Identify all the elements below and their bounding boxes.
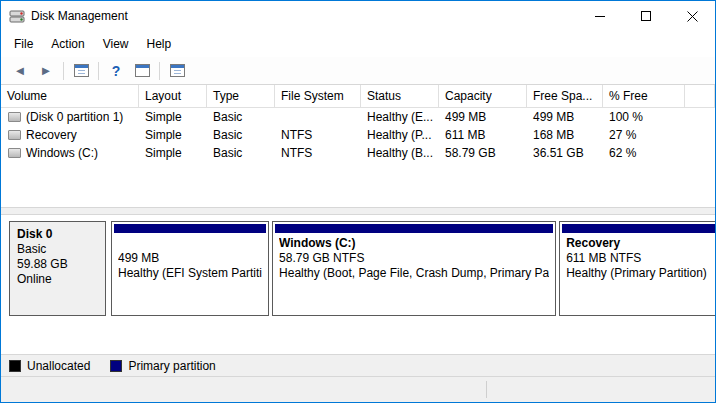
help-button[interactable]: ?: [104, 60, 128, 82]
close-button[interactable]: [669, 1, 715, 31]
volume-status: Healthy (P...: [361, 126, 439, 144]
toolbar-separator: [98, 62, 99, 80]
primary-partition-swatch: [110, 360, 122, 372]
back-button[interactable]: ◄: [8, 60, 32, 82]
minimize-button[interactable]: [577, 1, 623, 31]
forward-icon: ►: [40, 64, 53, 77]
column-header-layout[interactable]: Layout: [139, 85, 207, 108]
column-header-file-system[interactable]: File System: [275, 85, 361, 108]
partition-size: 58.79 GB NTFS: [279, 251, 549, 266]
volume-pct-free: 62 %: [603, 144, 685, 162]
partition-size: 611 MB NTFS: [566, 251, 712, 266]
back-icon: ◄: [14, 64, 27, 77]
unallocated-swatch: [9, 360, 21, 372]
partition-windows-c[interactable]: Windows (C:) 58.79 GB NTFS Healthy (Boot…: [272, 221, 556, 316]
volume-file-system: [275, 108, 361, 126]
disk-management-window: Disk Management File Action View Help ◄ …: [0, 0, 716, 403]
volume-pct-free: 100 %: [603, 108, 685, 126]
forward-button[interactable]: ►: [34, 60, 58, 82]
volume-capacity: 58.79 GB: [439, 144, 527, 162]
volume-layout: Simple: [139, 126, 207, 144]
volume-status: Healthy (B...: [361, 144, 439, 162]
volume-name: Windows (C:): [26, 146, 98, 160]
views-button[interactable]: [165, 60, 189, 82]
maximize-button[interactable]: [623, 1, 669, 31]
menu-action[interactable]: Action: [42, 33, 93, 55]
column-header-blank: [685, 85, 715, 108]
volume-file-system: NTFS: [275, 126, 361, 144]
disk-0-row: Disk 0 Basic 59.88 GB Online 499 MB Heal…: [9, 221, 707, 316]
window-controls: [577, 1, 715, 31]
partition-name: [118, 236, 262, 251]
legend-bar: Unallocated Primary partition: [1, 354, 715, 376]
disk-type: Basic: [17, 242, 98, 257]
partition-recovery[interactable]: Recovery 611 MB NTFS Healthy (Primary Pa…: [559, 221, 715, 316]
properties-icon: [135, 64, 150, 77]
volume-icon: [8, 112, 21, 122]
disk-status: Online: [17, 272, 98, 287]
partition-size: 499 MB: [118, 251, 262, 266]
partition-name: Windows (C:): [279, 236, 549, 251]
column-header-pct-free[interactable]: % Free: [603, 85, 685, 108]
legend-label-unallocated: Unallocated: [27, 359, 90, 373]
volume-free-space: 168 MB: [527, 126, 603, 144]
show-console-tree-button[interactable]: [69, 60, 93, 82]
toolbar: ◄ ► ?: [1, 57, 715, 85]
menu-file[interactable]: File: [5, 33, 42, 55]
disk-graphical-panel: Disk 0 Basic 59.88 GB Online 499 MB Heal…: [1, 215, 715, 354]
volume-capacity: 499 MB: [439, 108, 527, 126]
partition-color-bar: [114, 224, 266, 233]
titlebar[interactable]: Disk Management: [1, 1, 715, 31]
disk-name: Disk 0: [17, 227, 98, 242]
status-bar: [1, 376, 715, 402]
column-header-type[interactable]: Type: [207, 85, 275, 108]
volume-type: Basic: [207, 126, 275, 144]
partition-efi[interactable]: 499 MB Healthy (EFI System Partiti: [111, 221, 269, 316]
volume-name: Recovery: [26, 128, 77, 142]
column-header-volume[interactable]: Volume: [1, 85, 139, 108]
volume-pct-free: 27 %: [603, 126, 685, 144]
minimize-icon: [595, 16, 605, 17]
volume-capacity: 611 MB: [439, 126, 527, 144]
menubar: File Action View Help: [1, 31, 715, 57]
partition-name: Recovery: [566, 236, 712, 251]
disk-size: 59.88 GB: [17, 257, 98, 272]
menu-view[interactable]: View: [94, 33, 138, 55]
volume-free-space: 499 MB: [527, 108, 603, 126]
toolbar-separator: [63, 62, 64, 80]
volume-icon: [8, 130, 21, 140]
console-tree-icon: [74, 64, 89, 77]
volume-file-system: NTFS: [275, 144, 361, 162]
partition-color-bar: [275, 224, 553, 233]
column-header-status[interactable]: Status: [361, 85, 439, 108]
close-icon: [687, 11, 698, 22]
partition-status: Healthy (Primary Partition): [566, 266, 712, 281]
panel-splitter[interactable]: [1, 207, 715, 215]
volume-layout: Simple: [139, 108, 207, 126]
legend-label-primary-partition: Primary partition: [128, 359, 215, 373]
window-title: Disk Management: [31, 9, 128, 23]
partition-status: Healthy (EFI System Partiti: [118, 266, 262, 281]
partition-status: Healthy (Boot, Page File, Crash Dump, Pr…: [279, 266, 549, 281]
volume-status: Healthy (E...: [361, 108, 439, 126]
volume-name: (Disk 0 partition 1): [26, 110, 123, 124]
disk-0-label-box[interactable]: Disk 0 Basic 59.88 GB Online: [9, 221, 106, 316]
column-header-capacity[interactable]: Capacity: [439, 85, 527, 108]
column-header-free-space[interactable]: Free Spa...: [527, 85, 603, 108]
volume-type: Basic: [207, 108, 275, 126]
partition-color-bar: [562, 224, 715, 233]
volume-table-header: Volume Layout Type File System Status Ca…: [1, 85, 715, 108]
volume-row-windows-c[interactable]: Windows (C:) Simple Basic NTFS Healthy (…: [1, 144, 715, 162]
volume-free-space: 36.51 GB: [527, 144, 603, 162]
volume-row-recovery[interactable]: Recovery Simple Basic NTFS Healthy (P...…: [1, 126, 715, 144]
volume-type: Basic: [207, 144, 275, 162]
volume-list-panel: Volume Layout Type File System Status Ca…: [1, 85, 715, 207]
partitions-strip: 499 MB Healthy (EFI System Partiti Windo…: [111, 221, 714, 316]
views-icon: [170, 64, 185, 77]
menu-help[interactable]: Help: [138, 33, 181, 55]
disk-management-app-icon: [9, 8, 25, 24]
volume-icon: [8, 148, 21, 158]
volume-row-disk0-partition1[interactable]: (Disk 0 partition 1) Simple Basic Health…: [1, 108, 715, 126]
toolbar-separator: [159, 62, 160, 80]
properties-button[interactable]: [130, 60, 154, 82]
